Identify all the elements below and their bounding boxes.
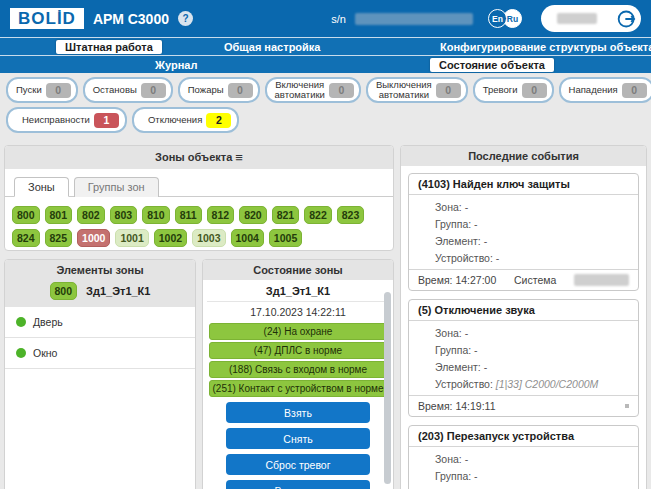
- counter-badge: 0: [329, 83, 354, 98]
- state-bar: (24) На охране: [209, 323, 387, 340]
- action-button[interactable]: Взять: [226, 402, 370, 423]
- event-time: Время: 14:27:00: [418, 274, 496, 286]
- element-status-dot: [16, 317, 26, 327]
- counter-badge: 0: [228, 83, 253, 98]
- zone-chip[interactable]: 803: [110, 206, 138, 224]
- lang-en-button[interactable]: En: [488, 9, 507, 28]
- element-item[interactable]: Дверь: [5, 307, 195, 338]
- primary-nav-item[interactable]: Общая настройка: [224, 41, 320, 53]
- zone-chip[interactable]: 1004: [231, 229, 264, 247]
- header: BOLİD АРМ С3000 ? s/n En Ru: [0, 0, 651, 37]
- zones-panel: Зоны объекта ≡ ЗоныГруппы зон 8008018028…: [4, 145, 394, 251]
- counter-label: Неисправности: [22, 115, 90, 125]
- zone-chip[interactable]: 822: [304, 206, 332, 224]
- counter-button[interactable]: Пуски0: [6, 77, 78, 103]
- bolid-logo: BOLİD: [10, 8, 84, 29]
- event-title: (5) Отключение звука: [409, 300, 638, 321]
- state-panel-scrollbar[interactable]: [384, 292, 391, 489]
- zones-tab[interactable]: Группы зон: [74, 177, 159, 197]
- counter-button[interactable]: Тревоги0: [473, 77, 554, 103]
- state-zone-name: Зд1_Эт1_К1: [207, 280, 389, 302]
- zone-chip[interactable]: 825: [45, 229, 73, 247]
- zone-chip[interactable]: 810: [142, 206, 170, 224]
- zone-chip[interactable]: 820: [239, 206, 267, 224]
- counter-badge: 0: [622, 83, 647, 98]
- zone-chip[interactable]: 802: [77, 206, 105, 224]
- zone-chip[interactable]: 811: [175, 206, 202, 224]
- secondary-nav-tab[interactable]: Состояние объекта: [430, 58, 554, 72]
- primary-nav-item[interactable]: Конфигурирование структуры объекта: [440, 41, 651, 53]
- counter-button[interactable]: Пожары0: [178, 77, 260, 103]
- zone-state-panel: Состояние зоны Зд1_Эт1_К1 17.10.2023 14:…: [202, 259, 394, 489]
- zones-tab[interactable]: Зоны: [14, 177, 69, 197]
- counter-label: Остановы: [93, 85, 137, 95]
- counter-badge: 1: [94, 113, 119, 128]
- primary-nav-tab[interactable]: Штатная работа: [56, 40, 162, 54]
- event-field-group: Группа: -: [435, 215, 638, 232]
- event-card: (203) Перезапуск устройстваЗона: -Группа…: [408, 425, 639, 489]
- counter-label: Отключения: [148, 115, 202, 125]
- event-title: (4103) Найден ключ защиты: [409, 174, 638, 195]
- zone-chip[interactable]: 823: [337, 206, 365, 224]
- event-source: Система: [496, 274, 574, 286]
- user-pill[interactable]: [541, 5, 641, 32]
- secondary-nav-item[interactable]: Журнал: [155, 59, 197, 71]
- selected-zone-name: Зд1_Эт1_К1: [86, 285, 150, 297]
- event-field-group: Группа: -: [435, 341, 638, 358]
- redacted-username: [557, 13, 597, 24]
- zone-chip[interactable]: 800: [12, 206, 40, 224]
- counter-label: Пуски: [16, 85, 42, 95]
- counter-button[interactable]: Включения автоматики0: [265, 77, 361, 103]
- counter-button[interactable]: Нападения0: [559, 77, 651, 103]
- zone-chip[interactable]: 1005: [269, 229, 302, 247]
- event-field-zone: Зона: -: [435, 450, 638, 467]
- counter-badge: 0: [141, 83, 166, 98]
- logout-icon[interactable]: [617, 9, 637, 29]
- events-panel-title: Последние события: [401, 146, 646, 166]
- counter-button[interactable]: Неисправности1: [6, 107, 127, 133]
- state-bar: (47) ДПЛС в норме: [209, 342, 387, 359]
- element-item[interactable]: Окно: [5, 338, 195, 369]
- element-status-dot: [16, 348, 26, 358]
- counter-badge: 0: [436, 83, 461, 98]
- event-title: (203) Перезапуск устройства: [409, 426, 638, 447]
- zones-panel-title: Зоны объекта ≡: [5, 146, 393, 169]
- event-body: Зона: -Группа: -Элемент: -Устройство: [1…: [409, 321, 638, 395]
- event-field-element: Элемент: -: [435, 358, 638, 375]
- serial-label: s/n: [331, 13, 346, 25]
- zone-chip[interactable]: 824: [12, 229, 40, 247]
- action-button[interactable]: Сброс тревог: [226, 454, 370, 475]
- selected-zone-header: 800 Зд1_Эт1_К1: [5, 280, 195, 307]
- event-footer-dot: [625, 404, 629, 408]
- zone-chip[interactable]: 1002: [154, 229, 187, 247]
- zone-chip[interactable]: 1003: [192, 229, 225, 247]
- latest-events-panel: Последние события (4103) Найден ключ защ…: [400, 145, 647, 489]
- help-icon[interactable]: ?: [178, 11, 193, 26]
- event-field-device: Устройство: -: [435, 249, 638, 266]
- counter-label: Выключения автоматики: [376, 80, 432, 100]
- action-button[interactable]: Снять: [226, 428, 370, 449]
- selected-zone-chip[interactable]: 800: [50, 282, 78, 300]
- element-label: Окно: [33, 347, 57, 359]
- zone-chip[interactable]: 1000: [77, 229, 110, 247]
- event-card: (5) Отключение звукаЗона: -Группа: -Элем…: [408, 299, 639, 417]
- action-button[interactable]: Включить: [226, 480, 370, 489]
- counter-button[interactable]: Отключения2: [132, 107, 239, 133]
- app-title: АРМ С3000: [93, 11, 169, 27]
- main-content: Зоны объекта ≡ ЗоныГруппы зон 8008018028…: [0, 139, 651, 489]
- zone-chip[interactable]: 1001: [115, 229, 148, 247]
- counter-button[interactable]: Остановы0: [83, 77, 173, 103]
- zone-chip[interactable]: 821: [272, 206, 300, 224]
- event-field-device: Устройство: [1|33] С2000/С2000М: [435, 375, 638, 392]
- event-field-group: Группа: -: [435, 467, 638, 484]
- event-footer: Время: 14:27:00Система: [409, 269, 638, 290]
- redacted-user: [574, 274, 629, 286]
- menu-icon[interactable]: ≡: [235, 150, 243, 165]
- counter-button[interactable]: Выключения автоматики0: [366, 77, 468, 103]
- language-toggle: En Ru: [488, 9, 522, 28]
- zone-chip[interactable]: 812: [207, 206, 235, 224]
- event-field-element: Элемент: -: [435, 232, 638, 249]
- event-card: (4103) Найден ключ защитыЗона: -Группа: …: [408, 173, 639, 291]
- zone-chip[interactable]: 801: [45, 206, 73, 224]
- counter-badge: 2: [206, 113, 231, 128]
